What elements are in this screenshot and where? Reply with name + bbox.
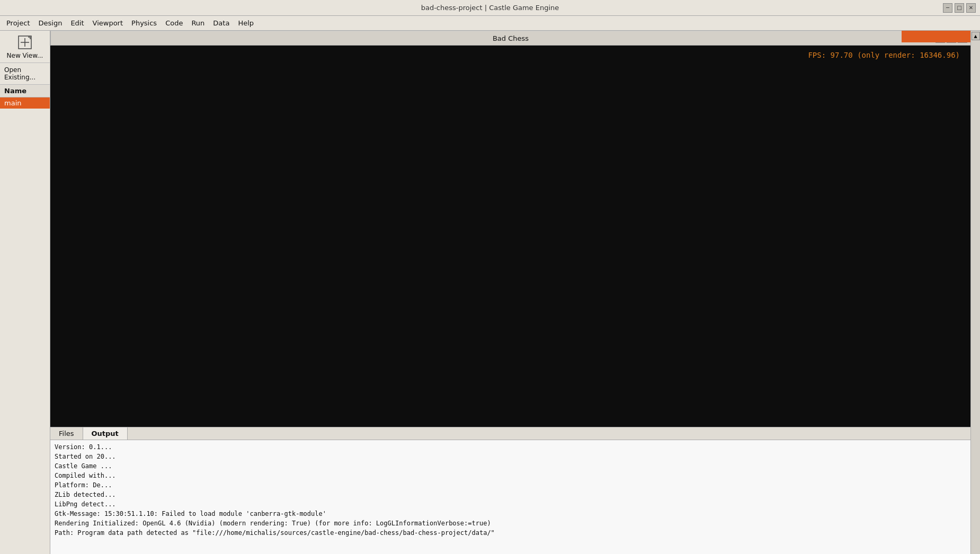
app-container: bad-chess-project | Castle Game Engine ─… [0, 0, 980, 554]
menu-viewport[interactable]: Viewport [88, 17, 128, 29]
output-line-6: LibPng detect... [55, 499, 966, 509]
restore-icon: □ [957, 5, 961, 11]
close-button[interactable]: ✕ [966, 3, 976, 13]
close-icon: ✕ [969, 5, 973, 11]
scene-list-header: Name [0, 85, 50, 97]
bottom-panel: Files Output Version: 0.1... Started on … [50, 427, 970, 554]
open-existing-button[interactable]: Open Existing... [0, 63, 50, 85]
new-view-button[interactable]: New View... [0, 31, 50, 63]
menu-project[interactable]: Project [2, 17, 34, 29]
menu-code[interactable]: Code [161, 17, 187, 29]
output-line-3: Compiled with... [55, 471, 966, 480]
new-view-label: New View... [7, 52, 43, 59]
output-line-4: Platform: De... [55, 480, 966, 490]
menu-run[interactable]: Run [187, 17, 209, 29]
orange-accent-bar [902, 31, 970, 42]
right-scrollbar: ▲ [970, 31, 980, 554]
scene-item-main[interactable]: main [0, 97, 50, 109]
tab-files[interactable]: Files [50, 427, 83, 440]
viewport-area: Bad Chess ─ □ ✕ FPS: 97.70 (on [50, 31, 970, 554]
minimize-button[interactable]: ─ [943, 3, 952, 13]
output-content[interactable]: Version: 0.1... Started on 20... Castle … [50, 440, 970, 554]
output-line-9: Path: Program data path detected as "fil… [55, 528, 966, 538]
scrollbar-up-button[interactable]: ▲ [972, 32, 980, 40]
left-panel: New View... Open Existing... Name main [0, 31, 50, 554]
tab-output[interactable]: Output [83, 427, 128, 440]
output-line-2: Castle Game ... [55, 461, 966, 471]
output-line-0: Version: 0.1... [55, 442, 966, 452]
workspace: New View... Open Existing... Name main B… [0, 31, 980, 554]
game-window-titlebar: Bad Chess ─ □ ✕ [50, 31, 970, 46]
menu-design[interactable]: Design [34, 17, 66, 29]
menu-help[interactable]: Help [234, 17, 258, 29]
window-title: bad-chess-project | Castle Game Engine [421, 4, 559, 12]
window-controls: ─ □ ✕ [943, 3, 976, 13]
minimize-icon: ─ [946, 5, 949, 11]
scroll-up-icon: ▲ [974, 34, 977, 39]
output-line-8: Rendering Initialized: OpenGL 4.6 (Nvidi… [55, 519, 966, 528]
bottom-tabs: Files Output [50, 427, 970, 440]
menu-edit[interactable]: Edit [66, 17, 88, 29]
game-window: Bad Chess ─ □ ✕ FPS: 97.70 (on [50, 31, 970, 427]
new-view-icon [16, 34, 33, 51]
title-bar: bad-chess-project | Castle Game Engine ─… [0, 0, 980, 16]
menu-physics[interactable]: Physics [127, 17, 161, 29]
output-line-7: Gtk-Message: 15:30:51.1.10: Failed to lo… [55, 509, 966, 519]
game-canvas[interactable]: FPS: 97.70 (only render: 16346.96) [50, 46, 970, 427]
menu-data[interactable]: Data [209, 17, 234, 29]
fps-display: FPS: 97.70 (only render: 16346.96) [808, 51, 960, 59]
menu-bar: Project Design Edit Viewport Physics Cod… [0, 16, 980, 31]
output-line-5: ZLib detected... [55, 490, 966, 499]
game-window-title: Bad Chess [493, 34, 529, 42]
restore-button[interactable]: □ [955, 3, 964, 13]
output-line-1: Started on 20... [55, 452, 966, 461]
